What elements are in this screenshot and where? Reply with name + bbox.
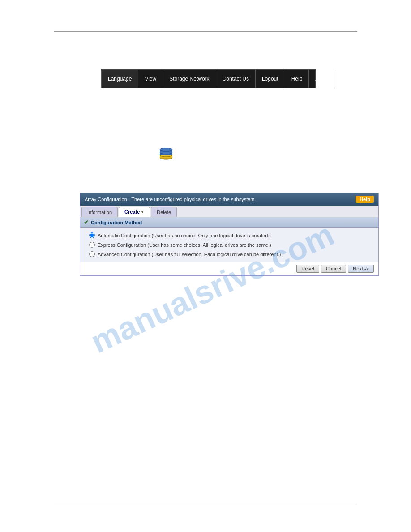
panel-header-title: Array Configuration - There are unconfig… <box>85 197 256 202</box>
panel-help-button[interactable]: Help <box>356 196 374 203</box>
reset-button[interactable]: Reset <box>296 265 319 273</box>
navbar-item-storage-network[interactable]: Storage Network <box>163 70 216 88</box>
tab-bar: Information Create ▼ Delete <box>80 206 378 217</box>
storage-icon-area <box>159 148 173 160</box>
radio-option-advanced: Advanced Configuration (User has full se… <box>89 249 369 259</box>
config-check-icon: ✔ <box>84 219 89 226</box>
tab-create-dropdown-arrow: ▼ <box>141 210 144 214</box>
radio-express[interactable] <box>89 242 95 248</box>
navbar: Language View Storage Network Contact Us… <box>101 69 316 88</box>
radio-express-label[interactable]: Express Configuration (User has some cho… <box>98 242 271 248</box>
radio-automatic[interactable] <box>89 232 95 238</box>
radio-advanced[interactable] <box>89 251 95 257</box>
radio-automatic-label[interactable]: Automatic Configuration (User has no cho… <box>98 233 271 238</box>
main-panel: Array Configuration - There are unconfig… <box>80 193 379 276</box>
panel-header: Array Configuration - There are unconfig… <box>80 193 378 206</box>
navbar-item-help[interactable]: Help <box>285 70 309 88</box>
svg-point-6 <box>160 148 172 151</box>
radio-options-area: Automatic Configuration (User has no cho… <box>80 228 378 262</box>
storage-icon <box>159 148 173 160</box>
tab-delete[interactable]: Delete <box>151 207 177 217</box>
radio-advanced-label[interactable]: Advanced Configuration (User has full se… <box>98 252 281 257</box>
navbar-item-contact-us[interactable]: Contact Us <box>216 70 256 88</box>
navbar-item-language[interactable]: Language <box>101 70 138 88</box>
cancel-button[interactable]: Cancel <box>321 265 346 273</box>
radio-option-automatic: Automatic Configuration (User has no cho… <box>89 231 369 240</box>
next-button[interactable]: Next -> <box>348 265 374 273</box>
navbar-item-about[interactable]: About <box>309 70 336 88</box>
tab-information[interactable]: Information <box>81 207 118 217</box>
bottom-rule <box>54 505 357 505</box>
config-section-header: ✔ Configuration Method <box>80 217 378 228</box>
radio-option-express: Express Configuration (User has some cho… <box>89 240 369 249</box>
navbar-item-logout[interactable]: Logout <box>256 70 285 88</box>
top-rule <box>54 31 357 32</box>
config-section-title: Configuration Method <box>91 220 142 225</box>
navbar-item-view[interactable]: View <box>138 70 163 88</box>
tab-create[interactable]: Create ▼ <box>119 207 150 217</box>
button-row: Reset Cancel Next -> <box>80 262 378 275</box>
